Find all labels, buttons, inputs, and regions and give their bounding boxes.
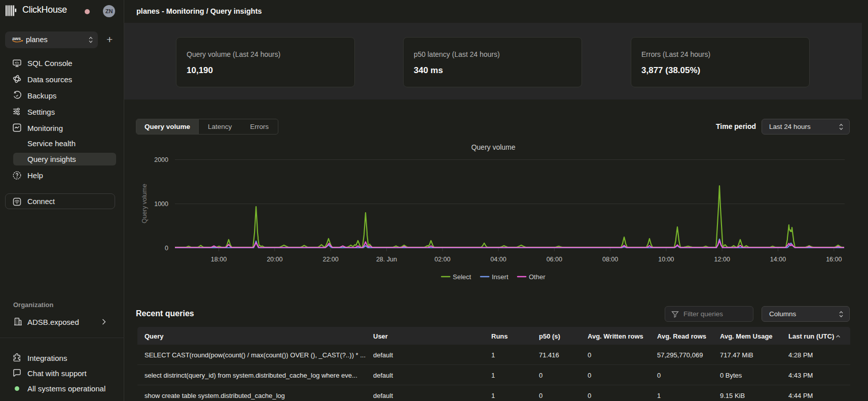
svg-text:2000: 2000 — [154, 156, 168, 163]
svg-text:16:00: 16:00 — [826, 256, 842, 263]
svg-text:08:00: 08:00 — [602, 256, 618, 263]
svg-text:06:00: 06:00 — [547, 256, 562, 263]
svg-text:02:00: 02:00 — [435, 256, 450, 263]
svg-text:12:00: 12:00 — [714, 256, 730, 263]
svg-text:Query volume: Query volume — [471, 143, 515, 151]
svg-text:10:00: 10:00 — [658, 256, 674, 263]
svg-text:22:00: 22:00 — [322, 256, 338, 263]
svg-text:28. Jun: 28. Jun — [376, 256, 397, 263]
svg-text:20:00: 20:00 — [267, 256, 282, 263]
svg-text:Query volume: Query volume — [141, 184, 148, 223]
svg-text:Other: Other — [529, 273, 546, 281]
svg-text:04:00: 04:00 — [490, 256, 506, 263]
svg-text:14:00: 14:00 — [770, 256, 786, 263]
svg-text:0: 0 — [165, 245, 168, 252]
svg-text:Select: Select — [453, 273, 472, 281]
svg-text:1000: 1000 — [154, 201, 168, 208]
svg-text:Insert: Insert — [492, 273, 509, 281]
svg-text:18:00: 18:00 — [211, 256, 227, 263]
